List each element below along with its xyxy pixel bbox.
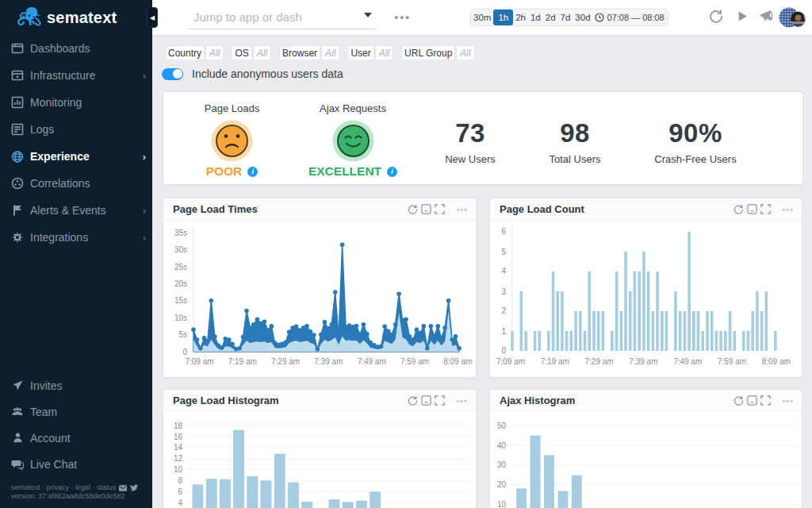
svg-text:6: 6 (501, 227, 506, 236)
svg-text:16: 16 (174, 433, 183, 441)
svg-text:8:09 am: 8:09 am (762, 357, 791, 366)
svg-text:18: 18 (174, 421, 183, 430)
svg-text:35s: 35s (174, 229, 187, 237)
svg-text:7:59 am: 7:59 am (400, 357, 429, 366)
svg-text:20s: 20s (174, 279, 187, 288)
svg-text:7:49 am: 7:49 am (358, 357, 386, 366)
svg-text:6: 6 (178, 487, 182, 496)
svg-text:7:29 am: 7:29 am (271, 357, 300, 366)
svg-text:25s: 25s (174, 263, 187, 271)
svg-text:3: 3 (501, 287, 506, 296)
svg-text:30s: 30s (174, 245, 187, 254)
svg-text:30: 30 (497, 460, 507, 469)
svg-text:50: 50 (497, 421, 507, 430)
svg-text:8:09 am: 8:09 am (443, 357, 472, 366)
svg-text:7:19 am: 7:19 am (541, 357, 569, 366)
svg-text:5: 5 (501, 248, 506, 256)
svg-text:7:39 am: 7:39 am (314, 357, 343, 366)
svg-text:4: 4 (501, 267, 506, 275)
svg-text:10: 10 (497, 500, 507, 508)
svg-text:0: 0 (182, 348, 187, 356)
svg-text:7:09 am: 7:09 am (185, 357, 213, 366)
svg-text:8: 8 (178, 476, 182, 485)
svg-text:2: 2 (501, 306, 506, 315)
svg-text:7:19 am: 7:19 am (228, 357, 257, 366)
svg-text:10s: 10s (174, 314, 187, 322)
svg-text:14: 14 (174, 443, 183, 452)
svg-text:5s: 5s (178, 330, 187, 339)
svg-text:4: 4 (178, 498, 182, 507)
svg-text:12: 12 (174, 454, 183, 463)
svg-text:7:49 am: 7:49 am (673, 357, 702, 366)
svg-text:40: 40 (497, 441, 507, 450)
svg-text:7:09 am: 7:09 am (496, 357, 525, 366)
svg-text:7:59 am: 7:59 am (718, 357, 746, 366)
svg-text:7:29 am: 7:29 am (585, 357, 614, 366)
svg-text:0: 0 (501, 346, 506, 355)
svg-text:1: 1 (501, 327, 506, 336)
svg-text:15s: 15s (174, 296, 187, 305)
svg-text:7:39 am: 7:39 am (629, 357, 657, 366)
svg-text:10: 10 (174, 465, 183, 474)
svg-text:20: 20 (497, 480, 507, 489)
